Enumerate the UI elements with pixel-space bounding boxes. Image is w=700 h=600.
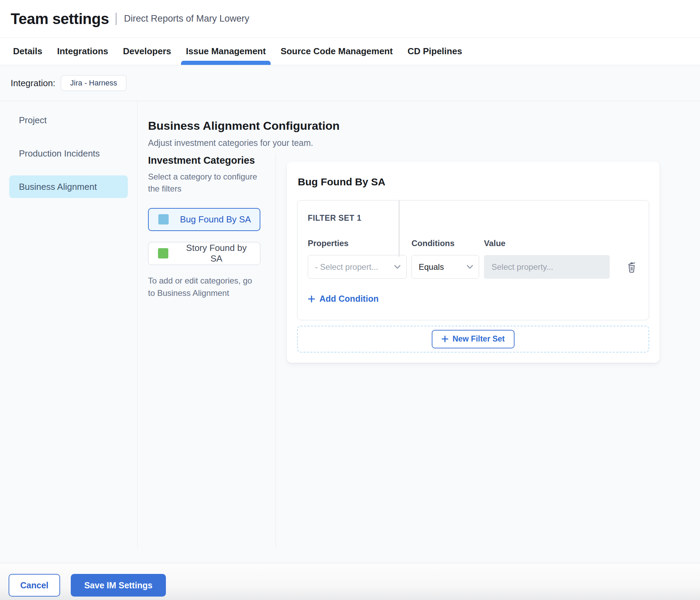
tab-source-code-management[interactable]: Source Code Management (281, 38, 393, 65)
tab-cd-pipelines[interactable]: CD Pipelines (407, 38, 462, 65)
investment-categories-panel: Investment Categories Select a category … (138, 153, 276, 548)
delete-condition-button[interactable] (624, 259, 639, 275)
business-alignment-main: Business Alignment Configuration Adjust … (138, 101, 700, 563)
tab-developers[interactable]: Developers (123, 38, 171, 65)
category-color-swatch (158, 248, 168, 258)
category-list-scrollbar[interactable] (398, 200, 400, 257)
new-filter-set-label: New Filter Set (452, 334, 505, 344)
section-header: Business Alignment Configuration Adjust … (138, 101, 700, 148)
new-filter-set-button[interactable]: New Filter Set (432, 330, 514, 348)
page-header: Team settings Direct Reports of Mary Low… (0, 0, 700, 38)
column-header-value: Value (484, 239, 610, 248)
team-settings-page: Team settings Direct Reports of Mary Low… (0, 0, 700, 600)
new-filter-set-zone: New Filter Set (297, 326, 649, 353)
settings-tabbar: Details Integrations Developers Issue Ma… (0, 38, 700, 65)
filter-card-title: Bug Found By SA (298, 176, 649, 188)
sidebar-item-project[interactable]: Project (9, 109, 128, 131)
filter-set-label: FILTER SET 1 (308, 214, 639, 223)
add-condition-button[interactable]: Add Condition (308, 294, 379, 304)
plus-icon (441, 335, 449, 343)
integration-label: Integration: (11, 78, 55, 89)
section-title: Business Alignment Configuration (148, 119, 700, 132)
tab-details[interactable]: Details (13, 38, 42, 65)
property-select[interactable]: - Select propert... (308, 255, 407, 279)
categories-heading: Investment Categories (148, 155, 260, 166)
filter-set-1: FILTER SET 1 Properties Conditions Value… (297, 200, 649, 320)
trash-icon (625, 269, 638, 275)
filter-condition-row: - Select propert... Equals (308, 255, 639, 279)
sidebar-item-business-alignment[interactable]: Business Alignment (9, 175, 128, 198)
categories-hint: Select a category to configure the filte… (148, 171, 260, 195)
property-select-placeholder: - Select propert... (315, 262, 378, 272)
chevron-down-icon (466, 265, 473, 269)
title-divider (116, 13, 116, 25)
category-color-swatch (158, 214, 169, 224)
condition-select[interactable]: Equals (411, 255, 479, 279)
save-im-settings-button[interactable]: Save IM Settings (71, 574, 166, 597)
section-subtitle: Adjust investment categories for your te… (148, 138, 700, 148)
integration-chip[interactable]: Jira - Harness (61, 75, 126, 91)
chevron-down-icon (394, 265, 401, 269)
settings-footer: Cancel Save IM Settings (0, 563, 700, 600)
value-input[interactable] (484, 255, 610, 279)
cancel-button[interactable]: Cancel (9, 574, 60, 597)
team-name: Direct Reports of Mary Lowery (124, 13, 249, 24)
category-label: Bug Found By SA (180, 214, 251, 225)
section-body: Investment Categories Select a category … (138, 153, 700, 548)
integration-row: Integration: Jira - Harness (0, 65, 700, 101)
column-header-properties: Properties (308, 239, 407, 248)
settings-sidebar: Project Production Incidents Business Al… (0, 101, 138, 549)
sidebar-item-production-incidents[interactable]: Production Incidents (9, 142, 128, 165)
category-bug-found-by-sa[interactable]: Bug Found By SA (148, 208, 260, 231)
category-label: Story Found by SA (180, 243, 253, 264)
filter-column-headers: Properties Conditions Value (308, 239, 639, 248)
category-story-found-by-sa[interactable]: Story Found by SA (148, 242, 260, 265)
plus-icon (308, 295, 315, 303)
condition-select-value: Equals (419, 262, 444, 272)
tab-issue-management[interactable]: Issue Management (186, 38, 266, 65)
settings-content: Project Production Incidents Business Al… (0, 101, 700, 563)
filter-config-panel: Bug Found By SA FILTER SET 1 Properties … (276, 153, 700, 363)
tab-integrations[interactable]: Integrations (57, 38, 108, 65)
category-filter-card: Bug Found By SA FILTER SET 1 Properties … (287, 162, 659, 363)
page-title: Team settings (11, 10, 109, 27)
categories-note: To add or edit categories, go to Busines… (148, 275, 260, 299)
column-header-conditions: Conditions (411, 239, 479, 248)
add-condition-label: Add Condition (319, 294, 379, 304)
